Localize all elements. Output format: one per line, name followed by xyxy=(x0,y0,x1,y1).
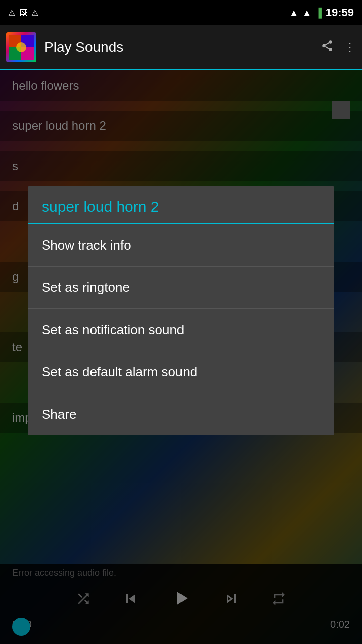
warning-icon-1: ⚠ xyxy=(8,8,15,18)
menu-item-show-track-info[interactable]: Show track info xyxy=(28,224,334,267)
status-left-icons: ⚠ 🖼 ⚠ xyxy=(8,8,38,18)
menu-header: super loud horn 2 xyxy=(28,186,334,224)
status-time: 19:59 xyxy=(326,6,354,19)
wifi-icon: ▲ xyxy=(289,8,298,18)
svg-point-5 xyxy=(16,42,26,52)
app-title: Play Sounds xyxy=(44,39,321,55)
app-icon-inner xyxy=(6,32,36,62)
app-bar-actions: ⋮ xyxy=(321,39,356,55)
more-options-button[interactable]: ⋮ xyxy=(344,40,356,54)
menu-item-set-alarm[interactable]: Set as default alarm sound xyxy=(28,351,334,393)
menu-item-share[interactable]: Share xyxy=(28,393,334,435)
menu-item-set-ringtone[interactable]: Set as ringtone xyxy=(28,267,334,309)
signal-icon: ▲ xyxy=(302,8,311,18)
svg-point-6 xyxy=(329,40,332,44)
warning-icon-2: ⚠ xyxy=(31,8,38,18)
main-content: hello flowers super loud horn 2 s d g te… xyxy=(0,70,362,644)
share-button[interactable] xyxy=(321,39,334,55)
app-bar: Play Sounds ⋮ xyxy=(0,25,362,70)
status-bar: ⚠ 🖼 ⚠ ▲ ▲ ▐ 19:59 xyxy=(0,0,362,25)
context-menu: super loud horn 2 Show track info Set as… xyxy=(28,186,334,435)
svg-point-7 xyxy=(322,44,326,48)
status-right-icons: ▲ ▲ ▐ 19:59 xyxy=(289,6,354,19)
battery-icon: ▐ xyxy=(315,8,322,18)
svg-line-9 xyxy=(325,47,329,49)
app-icon xyxy=(6,32,36,62)
image-icon: 🖼 xyxy=(19,8,27,17)
menu-item-set-notification[interactable]: Set as notification sound xyxy=(28,309,334,351)
menu-title: super loud horn 2 xyxy=(42,198,320,215)
svg-line-10 xyxy=(325,43,329,45)
svg-point-8 xyxy=(329,48,332,51)
